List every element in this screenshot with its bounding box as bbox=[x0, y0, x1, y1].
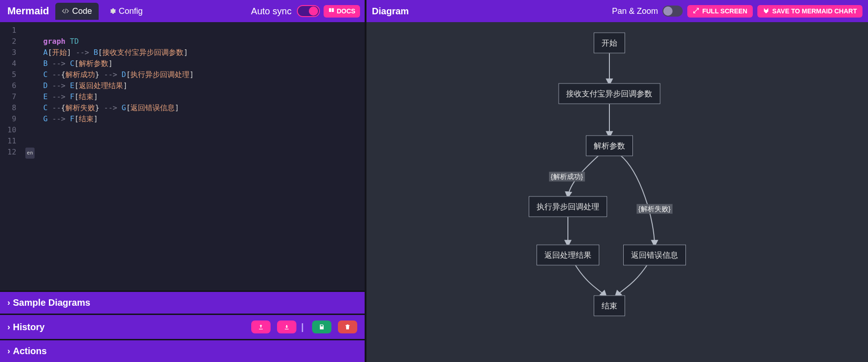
section-history-label: History bbox=[13, 322, 45, 332]
node-G[interactable]: 返回错误信息 bbox=[623, 245, 686, 266]
node-B[interactable]: 接收支付宝异步回调参数 bbox=[558, 83, 660, 104]
node-E[interactable]: 返回处理结果 bbox=[537, 245, 599, 266]
section-actions[interactable]: › Actions bbox=[0, 339, 365, 362]
node-D[interactable]: 执行异步回调处理 bbox=[529, 196, 607, 217]
autosync-toggle[interactable] bbox=[297, 5, 320, 17]
code-icon bbox=[62, 7, 69, 15]
save-chart-button[interactable]: SAVE TO MERMAID CHART bbox=[757, 5, 862, 18]
tab-config-label: Config bbox=[119, 6, 143, 16]
book-icon bbox=[328, 7, 335, 15]
section-actions-label: Actions bbox=[13, 346, 47, 356]
tab-config[interactable]: Config bbox=[102, 3, 149, 20]
download-button[interactable] bbox=[277, 320, 296, 333]
diagram-canvas[interactable]: 开始 接收支付宝异步回调参数 解析参数 执行异步回调处理 返回处理结果 返回错误… bbox=[366, 22, 868, 362]
gear-icon bbox=[109, 7, 116, 15]
node-C[interactable]: 解析参数 bbox=[586, 136, 633, 156]
diagram-title: Diagram bbox=[372, 6, 409, 17]
delete-button[interactable] bbox=[338, 320, 357, 333]
node-A[interactable]: 开始 bbox=[594, 33, 625, 53]
docs-label: DOCS bbox=[337, 7, 355, 15]
section-history[interactable]: › History | bbox=[0, 314, 365, 339]
line-gutter: 123456789101112 bbox=[0, 22, 21, 291]
brand-title: Mermaid bbox=[5, 5, 52, 17]
docs-button[interactable]: DOCS bbox=[324, 5, 360, 18]
fullscreen-button[interactable]: FULL SCREEN bbox=[687, 5, 753, 18]
code-editor[interactable]: 123456789101112 graph TD A[开始] --> B[接收支… bbox=[0, 22, 365, 291]
upload-button[interactable] bbox=[251, 320, 271, 333]
panzoom-toggle[interactable] bbox=[662, 6, 683, 17]
edge-label-CG: {解析失败} bbox=[637, 204, 673, 214]
fullscreen-label: FULL SCREEN bbox=[702, 7, 747, 15]
mermaid-icon bbox=[763, 7, 769, 15]
chevron-right-icon: › bbox=[7, 346, 10, 356]
divider: | bbox=[301, 322, 304, 332]
tab-code-label: Code bbox=[72, 6, 92, 16]
tab-code[interactable]: Code bbox=[55, 3, 98, 20]
code-content[interactable]: graph TD A[开始] --> B[接收支付宝异步回调参数] B --> … bbox=[21, 22, 194, 291]
panzoom-label: Pan & Zoom bbox=[612, 6, 658, 16]
chevron-right-icon: › bbox=[7, 322, 10, 332]
section-sample-label: Sample Diagrams bbox=[13, 297, 90, 308]
external-icon bbox=[693, 7, 699, 15]
node-F[interactable]: 结束 bbox=[594, 296, 625, 316]
autosync-label: Auto sync bbox=[251, 6, 292, 17]
save-button[interactable] bbox=[312, 320, 331, 333]
edge-label-CD: {解析成功} bbox=[549, 172, 585, 182]
section-sample-diagrams[interactable]: › Sample Diagrams bbox=[0, 291, 365, 314]
chevron-right-icon: › bbox=[7, 298, 10, 308]
save-chart-label: SAVE TO MERMAID CHART bbox=[772, 7, 857, 15]
